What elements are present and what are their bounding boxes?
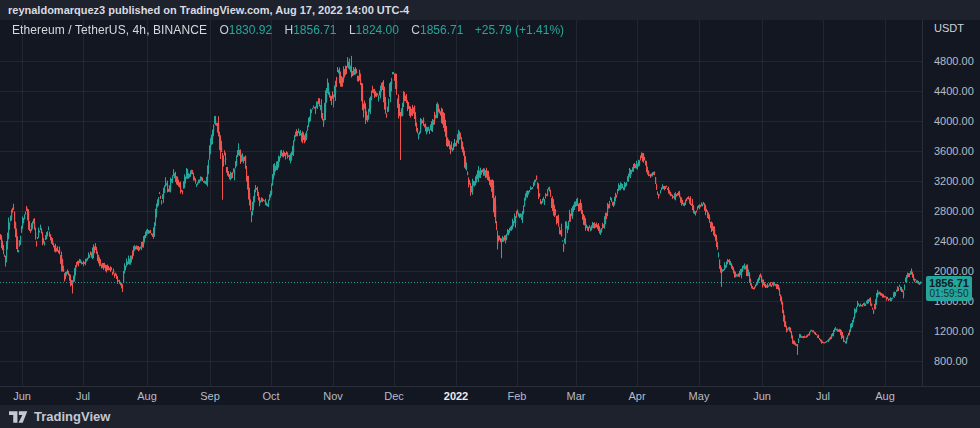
quote-currency-label: USDT [934, 22, 964, 34]
price-tick-label: 2400.00 [934, 235, 974, 248]
price-axis[interactable]: USDT 1856.71 01:59:50 4800.004400.004000… [922, 20, 980, 386]
low-value: 1824.00 [356, 23, 399, 37]
current-price-value: 1856.71 [926, 277, 972, 289]
time-tick-label: Dec [384, 390, 404, 402]
price-tick-label: 3200.00 [934, 175, 974, 188]
time-tick-label: Nov [323, 390, 343, 402]
time-tick-label: Jul [816, 390, 830, 402]
symbol-legend: Ethereum / TetherUS, 4h, BINANCE O1830.9… [12, 23, 564, 37]
tradingview-brand-text: TradingView [34, 409, 110, 424]
publish-bar: reynaldomarquez3 published on TradingVie… [0, 0, 980, 20]
time-tick-label: Apr [628, 390, 645, 402]
time-tick-label: Sep [200, 390, 220, 402]
price-tick-label: 4800.00 [934, 55, 974, 68]
time-axis[interactable]: JunJulAugSepOctNovDec2022FebMarAprMayJun… [0, 386, 980, 405]
chart-pane: Ethereum / TetherUS, 4h, BINANCE O1830.9… [0, 20, 922, 386]
time-tick-label: Aug [875, 390, 895, 402]
time-tick-label: Mar [567, 390, 586, 402]
publish-bar-text: reynaldomarquez3 published on TradingVie… [8, 4, 409, 16]
price-tick-label: 800.00 [934, 355, 968, 368]
price-tick-label: 4000.00 [934, 115, 974, 128]
time-tick-label: Jun [13, 390, 31, 402]
high-label: H [284, 23, 293, 37]
footer-bar: TradingView [0, 405, 980, 428]
current-price-label: 1856.71 01:59:50 [926, 276, 972, 301]
tradingview-link[interactable]: TradingView [9, 409, 110, 424]
open-value: 1830.92 [229, 23, 272, 37]
change-value: +25.79 (+1.41%) [475, 23, 564, 37]
low-label: L [349, 23, 356, 37]
time-tick-label: Oct [262, 390, 279, 402]
symbol-title: Ethereum / TetherUS, 4h, BINANCE [12, 23, 207, 37]
close-label: C [411, 23, 420, 37]
time-tick-label: Jun [753, 390, 771, 402]
high-value: 1856.71 [293, 23, 336, 37]
time-tick-label: Aug [137, 390, 157, 402]
price-tick-label: 1200.00 [934, 325, 974, 338]
price-tick-label: 4400.00 [934, 85, 974, 98]
open-label: O [219, 23, 228, 37]
price-tick-label: 2800.00 [934, 205, 974, 218]
time-tick-label: May [689, 390, 710, 402]
time-tick-label: 2022 [444, 390, 468, 402]
tradingview-logo-icon [9, 411, 28, 423]
bar-countdown: 01:59:50 [926, 289, 972, 299]
price-tick-label: 3600.00 [934, 145, 974, 158]
time-tick-label: Feb [508, 390, 527, 402]
time-tick-label: Jul [76, 390, 90, 402]
close-value: 1856.71 [420, 23, 463, 37]
chart-area: Ethereum / TetherUS, 4h, BINANCE O1830.9… [0, 20, 980, 386]
candlestick-canvas[interactable] [0, 20, 922, 386]
